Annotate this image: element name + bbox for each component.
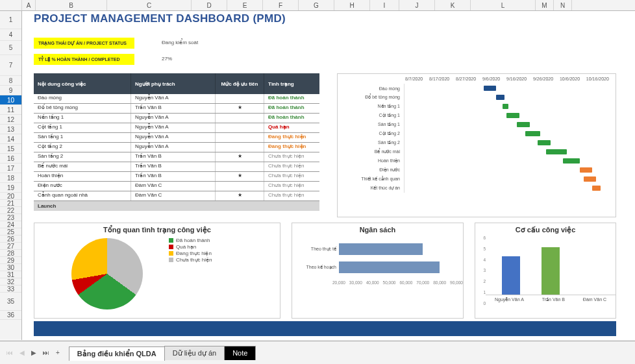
table-row[interactable]: Điện nướcĐàm Văn CChưa thực hiện [34,182,319,191]
td-priority[interactable]: ★ [216,104,264,113]
row-header[interactable]: 27 [0,243,21,250]
table-row[interactable]: Cột tầng 2Nguyễn Văn AĐang thực hiện [34,143,319,152]
th-status[interactable]: Tình trạng [264,73,319,94]
td-task[interactable]: Cột tầng 1 [34,123,131,132]
row-header[interactable]: 4 [0,29,21,41]
col-header[interactable]: I [370,0,399,10]
row-header[interactable]: 36 [0,311,21,320]
row-header[interactable]: 32 [0,278,21,285]
row-header[interactable]: 22 [0,207,21,214]
table-row[interactable]: Bể nước máiTrần Văn BChưa thực hiện [34,162,319,172]
row-header[interactable]: 12 [0,115,21,125]
td-priority[interactable]: ★ [216,172,264,181]
td-priority[interactable] [216,133,264,142]
tab-add-icon[interactable]: + [53,348,62,358]
select-all-corner[interactable] [0,0,22,10]
td-owner[interactable]: Nguyễn Văn A [131,114,216,123]
td-status[interactable]: Quá hạn [264,123,319,132]
table-row[interactable]: Đào móngNguyễn Văn AĐã hoàn thành [34,94,319,104]
row-header[interactable]: 8 [0,76,21,86]
row-header[interactable]: 13 [0,125,21,134]
tab-last-icon[interactable]: ⏭ [40,348,52,358]
th-owner[interactable]: Người phụ trách [131,73,216,94]
col-header[interactable]: H [334,0,370,10]
col-header[interactable]: F [263,0,299,10]
td-status[interactable]: Đang thực hiện [264,143,319,152]
launch-row[interactable]: Launch [34,201,319,211]
td-task[interactable]: Đổ bê tông móng [34,104,131,113]
td-owner[interactable]: Đàm Văn C [131,191,216,200]
table-row[interactable]: Đổ bê tông móngTrần Văn B★Đã hoàn thành [34,104,319,114]
td-owner[interactable]: Trần Văn B [131,104,216,113]
row-header[interactable]: 33 [0,285,21,293]
row-header[interactable]: 23 [0,214,21,221]
th-priority[interactable]: Mức độ ưu tiên [216,73,264,94]
tab-first-icon[interactable]: ⏮ [4,348,16,358]
row-header[interactable]: 30 [0,264,21,271]
table-row[interactable]: Cột tầng 1Nguyễn Văn AQuá hạn [34,123,319,133]
row-header[interactable]: 1 [0,11,21,29]
td-task[interactable]: Bể nước mái [34,162,131,171]
row-header[interactable]: 21 [0,200,21,207]
row-header[interactable]: 16 [0,154,21,164]
col-header[interactable]: M [536,0,554,10]
row-header[interactable]: 14 [0,134,21,144]
td-owner[interactable]: Nguyễn Văn A [131,133,216,142]
td-status[interactable]: Đã hoàn thành [264,94,319,103]
td-priority[interactable] [216,182,264,191]
table-row[interactable]: Nền tầng 1Nguyễn Văn AĐã hoàn thành [34,114,319,123]
row-header[interactable]: 5 [0,41,21,55]
row-header[interactable]: 18 [0,173,21,183]
col-header[interactable]: E [227,0,263,10]
td-owner[interactable]: Nguyễn Văn A [131,143,216,152]
row-header[interactable]: 26 [0,236,21,243]
col-header[interactable]: J [399,0,435,10]
td-priority[interactable] [216,114,264,123]
td-status[interactable]: Đã hoàn thành [264,114,319,123]
sheet-tab[interactable]: Dữ liệu dự án [164,346,225,360]
table-row[interactable]: Sàn tầng 2Trần Văn B★Chưa thực hiện [34,152,319,162]
col-header[interactable]: B [36,0,107,10]
td-priority[interactable] [216,143,264,152]
td-status[interactable]: Chưa thực hiện [264,172,319,181]
td-task[interactable]: Sàn tầng 2 [34,152,131,162]
td-owner[interactable]: Nguyễn Văn A [131,123,216,132]
table-row[interactable]: Sàn tầng 1Nguyễn Văn AĐang thực hiện [34,133,319,143]
td-owner[interactable]: Nguyễn Văn A [131,94,216,103]
td-task[interactable]: Đào móng [34,94,131,103]
col-header[interactable]: N [554,0,572,10]
td-task[interactable]: Điện nước [34,182,131,191]
td-owner[interactable]: Trần Văn B [131,152,216,162]
col-header[interactable]: C [107,0,192,10]
td-status[interactable]: Đang thực hiện [264,133,319,142]
table-row[interactable]: Cảnh quan ngoài nhàĐàm Văn C★Chưa thực h… [34,191,319,201]
td-task[interactable]: Cột tầng 2 [34,143,131,152]
td-owner[interactable]: Trần Văn B [131,172,216,181]
row-header[interactable]: 9 [0,86,21,95]
col-header[interactable]: L [471,0,536,10]
row-header[interactable]: 29 [0,257,21,264]
td-owner[interactable]: Đàm Văn C [131,182,216,191]
td-status[interactable]: Đã hoàn thành [264,104,319,113]
td-task[interactable]: Cảnh quan ngoài nhà [34,191,131,200]
row-header[interactable]: 15 [0,144,21,154]
td-task[interactable]: Sàn tầng 1 [34,133,131,142]
td-priority[interactable] [216,94,264,103]
row-header[interactable]: 24 [0,221,21,228]
row-header[interactable]: 31 [0,271,21,278]
td-priority[interactable]: ★ [216,152,264,162]
row-header[interactable]: 25 [0,228,21,236]
row-header[interactable]: 17 [0,164,21,173]
td-priority[interactable] [216,162,264,171]
row-header[interactable]: 19 [0,183,21,193]
tab-next-icon[interactable]: ▶ [29,348,39,358]
row-header[interactable]: 35 [0,293,21,311]
td-status[interactable]: Chưa thực hiện [264,162,319,171]
row-header[interactable]: 7 [0,55,21,76]
row-header[interactable]: 20 [0,193,21,200]
td-task[interactable]: Nền tầng 1 [34,114,131,123]
td-status[interactable]: Chưa thực hiện [264,152,319,162]
td-priority[interactable]: ★ [216,191,264,200]
col-header[interactable]: K [435,0,471,10]
col-header[interactable]: G [299,0,334,10]
